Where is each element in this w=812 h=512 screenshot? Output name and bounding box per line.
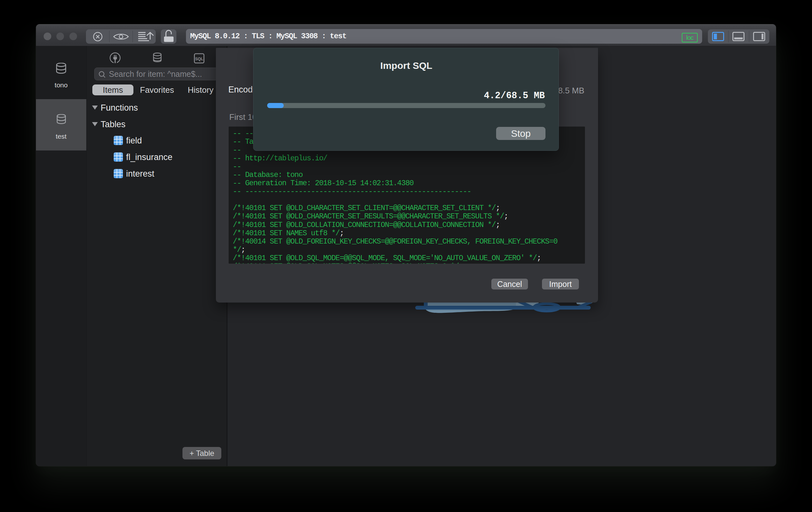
svg-text:SQL: SQL <box>195 57 203 61</box>
